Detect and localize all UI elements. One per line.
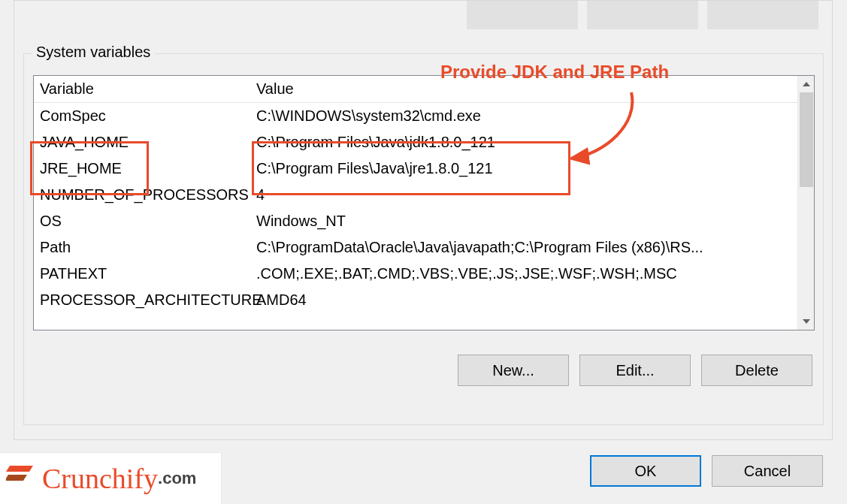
vertical-scrollbar[interactable] — [797, 76, 814, 330]
col-header-value[interactable]: Value — [252, 80, 797, 98]
table-row[interactable]: NUMBER_OF_PROCESSORS 4 — [34, 182, 797, 208]
cell-value: C:\ProgramData\Oracle\Java\javapath;C:\P… — [252, 239, 797, 256]
cell-variable: NUMBER_OF_PROCESSORS — [34, 186, 252, 204]
system-vars-button-row: New... Edit... Delete — [458, 355, 812, 386]
cell-value: C:\Program Files\Java\jre1.8.0_121 — [252, 160, 797, 177]
ghost-button[interactable] — [587, 1, 698, 29]
cell-value: 4 — [252, 186, 797, 204]
group-label: System variables — [32, 44, 155, 61]
cell-value: Windows_NT — [252, 213, 797, 230]
new-button[interactable]: New... — [458, 355, 569, 386]
table-header-row[interactable]: Variable Value — [34, 76, 797, 103]
col-header-variable[interactable]: Variable — [34, 80, 252, 98]
table-row[interactable]: ComSpec C:\WINDOWS\system32\cmd.exe — [34, 103, 797, 129]
table-body: Variable Value ComSpec C:\WINDOWS\system… — [34, 76, 797, 330]
logo-brand: Crunchify — [42, 462, 158, 495]
edit-button[interactable]: Edit... — [579, 355, 691, 386]
cell-variable: ComSpec — [34, 107, 252, 125]
cell-value: .COM;.EXE;.BAT;.CMD;.VBS;.VBE;.JS;.JSE;.… — [252, 265, 797, 282]
ghost-button[interactable] — [467, 1, 578, 29]
table-row[interactable]: JAVA_HOME C:\Program Files\Java\jdk1.8.0… — [34, 129, 797, 155]
scroll-thumb[interactable] — [800, 92, 813, 187]
table-row[interactable]: OS Windows_NT — [34, 208, 797, 234]
table-row[interactable]: JRE_HOME C:\Program Files\Java\jre1.8.0_… — [34, 155, 797, 182]
crunchify-logo: Crunchify .com — [0, 452, 222, 504]
system-variables-table[interactable]: Variable Value ComSpec C:\WINDOWS\system… — [33, 75, 815, 330]
logo-icon — [6, 462, 38, 495]
table-row[interactable]: PROCESSOR_ARCHITECTURE AMD64 — [34, 287, 797, 313]
system-variables-group: System variables Variable Value ComSpec … — [23, 53, 824, 425]
environment-variables-panel: System variables Variable Value ComSpec … — [14, 0, 833, 440]
user-vars-button-row — [467, 1, 818, 29]
logo-tld: .com — [158, 469, 196, 488]
scroll-down-icon[interactable] — [798, 313, 815, 330]
ghost-button[interactable] — [707, 1, 818, 29]
cell-variable: JAVA_HOME — [34, 134, 252, 151]
cell-variable: PROCESSOR_ARCHITECTURE — [34, 291, 252, 309]
cell-value: C:\WINDOWS\system32\cmd.exe — [252, 107, 797, 125]
cell-variable: OS — [34, 213, 252, 230]
cell-variable: JRE_HOME — [34, 160, 252, 177]
ok-button[interactable]: OK — [590, 455, 701, 487]
table-row[interactable]: PATHEXT .COM;.EXE;.BAT;.CMD;.VBS;.VBE;.J… — [34, 261, 797, 287]
cell-variable: PATHEXT — [34, 265, 252, 282]
annotation-label: Provide JDK and JRE Path — [440, 62, 669, 83]
dialog-button-row: OK Cancel — [590, 455, 823, 487]
cell-variable: Path — [34, 239, 252, 256]
cancel-button[interactable]: Cancel — [712, 455, 823, 487]
delete-button[interactable]: Delete — [701, 355, 812, 386]
cell-value: C:\Program Files\Java\jdk1.8.0_121 — [252, 134, 797, 151]
scroll-up-icon[interactable] — [798, 76, 815, 92]
table-row[interactable]: Path C:\ProgramData\Oracle\Java\javapath… — [34, 234, 797, 261]
cell-value: AMD64 — [252, 291, 797, 309]
